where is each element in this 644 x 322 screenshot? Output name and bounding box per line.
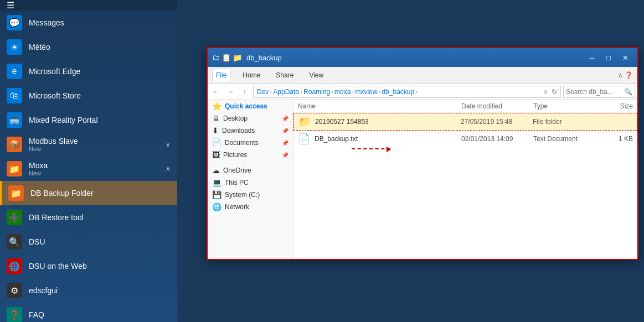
nav-downloads[interactable]: ⬇ Downloads 📌	[208, 124, 293, 137]
back-button[interactable]: ←	[210, 86, 222, 98]
up-button[interactable]: ↑	[239, 86, 251, 98]
nav-pictures[interactable]: 🖼 Pictures 📌	[208, 149, 293, 161]
sidebar-item-modbus-slave[interactable]: 📦Modbus SlaveNew∨	[0, 132, 177, 157]
breadcrumb-moxa[interactable]: moxa	[334, 88, 351, 96]
window-controls: ─ □ ✕	[584, 50, 633, 65]
this-pc-label: This PC	[225, 179, 249, 186]
folder-icon-1: 📁	[298, 116, 311, 128]
refresh-icon[interactable]: ↻	[552, 88, 557, 96]
sidebar-item-dsu[interactable]: 🔍DSU	[0, 230, 177, 254]
breadcrumb-mxview[interactable]: mxview	[355, 88, 377, 96]
file-name-folder: 20190527 154853	[315, 118, 461, 126]
desktop-pin-icon: 📌	[282, 116, 288, 122]
ribbon-expand-icon[interactable]: ∧ ❓	[618, 71, 633, 79]
file-row-txt[interactable]: 📄 DB_backup.txt 02/01/2013 14:09 Text Do…	[293, 131, 637, 147]
sidebar-item-microsoft-store[interactable]: 🛍Microsoft Store	[0, 84, 177, 108]
microsoft-edge-label: Microsoft Edge	[29, 67, 171, 76]
window-title: db_backup	[246, 54, 584, 62]
minimize-button[interactable]: ─	[584, 50, 600, 65]
downloads-icon: ⬇	[212, 126, 219, 135]
modbus-slave-icon: 📦	[7, 137, 22, 152]
nav-desktop[interactable]: 🖥 Desktop 📌	[208, 112, 293, 124]
search-icon[interactable]: 🔍	[624, 88, 632, 96]
messages-label: Messages	[29, 18, 171, 27]
breadcrumb-dev[interactable]: Dev	[257, 88, 269, 96]
title-icon-3: 📁	[233, 53, 242, 62]
sidebar-item-dsu-web[interactable]: 🌐DSU on the Web	[0, 254, 177, 278]
sidebar-item-db-backup-folder[interactable]: 📁DB Backup Folder	[0, 181, 177, 205]
dashed-arrow	[352, 148, 390, 149]
col-header-type[interactable]: Type	[533, 102, 600, 110]
search-box[interactable]: 🔍	[563, 86, 635, 98]
file-name-txt: DB_backup.txt	[315, 135, 461, 143]
col-header-date[interactable]: Date modified	[461, 102, 533, 110]
ribbon-tab-home[interactable]: Home	[239, 69, 264, 81]
dsu-label: DSU	[29, 237, 171, 246]
sidebar-item-moxa[interactable]: 📁MoxaNew∧	[0, 157, 177, 181]
sidebar-item-mixed-reality[interactable]: 🥽Mixed Reality Portal	[0, 108, 177, 132]
files-header: Name Date modified Type Size	[293, 100, 637, 113]
ribbon: File Home Share View ∧ ❓	[208, 67, 637, 84]
breadcrumb-chevron[interactable]: ∨	[543, 88, 548, 96]
hamburger-icon[interactable]: ☰	[7, 0, 14, 11]
edscfgui-label: edscfgui	[29, 286, 171, 295]
col-header-size[interactable]: Size	[600, 102, 633, 110]
breadcrumb-db-backup[interactable]: db_backup	[382, 88, 414, 96]
meteo-icon: ☀	[7, 39, 22, 55]
mixed-reality-icon: 🥽	[7, 112, 22, 128]
ribbon-tab-view[interactable]: View	[306, 69, 327, 81]
file-icon-txt: 📄	[298, 133, 310, 145]
maximize-button[interactable]: □	[601, 50, 616, 65]
nav-onedrive[interactable]: ☁ OneDrive	[208, 164, 293, 176]
moxa-sublabel: New	[29, 170, 166, 176]
title-folder-icons: 🗂 📋 📁	[212, 53, 242, 62]
explorer-body: ⭐ Quick access 🖥 Desktop 📌 ⬇ Downloads 📌…	[208, 100, 637, 259]
microsoft-store-icon: 🛍	[7, 88, 22, 103]
edscfgui-icon: ⚙	[7, 283, 22, 298]
sidebar-top-bar: ☰	[0, 0, 177, 11]
modbus-slave-chevron: ∨	[166, 141, 171, 148]
this-pc-icon: 💻	[212, 178, 221, 187]
moxa-label: Moxa	[29, 161, 166, 170]
db-restore-tool-label: DB Restore tool	[29, 213, 171, 222]
breadcrumb[interactable]: Dev › AppData › Roaming › moxa › mxview …	[253, 86, 561, 98]
file-type-folder: File folder	[533, 118, 599, 126]
mixed-reality-label: Mixed Reality Portal	[29, 116, 171, 124]
nav-network[interactable]: 🌐 Network	[208, 201, 293, 213]
dsu-icon: 🔍	[7, 234, 22, 250]
col-header-name[interactable]: Name	[298, 102, 461, 110]
close-button[interactable]: ✕	[617, 50, 633, 65]
sidebar-item-faq[interactable]: ❓FAQ	[0, 303, 177, 322]
file-row-folder[interactable]: 📁 20190527 154853 27/05/2019 15:48 File …	[293, 113, 637, 131]
nav-system-c[interactable]: 💾 System (C:)	[208, 189, 293, 201]
sidebar-items-container: 💬Messages☀MétéoeMicrosoft Edge🛍Microsoft…	[0, 11, 177, 322]
sidebar-item-messages[interactable]: 💬Messages	[0, 11, 177, 35]
db-backup-folder-label: DB Backup Folder	[30, 189, 171, 198]
documents-pin-icon: 📌	[282, 140, 288, 146]
dsu-web-icon: 🌐	[7, 258, 22, 274]
sidebar-item-edscfgui[interactable]: ⚙edscfgui	[0, 278, 177, 303]
titlebar: 🗂 📋 📁 db_backup ─ □ ✕	[208, 48, 637, 67]
sidebar-item-microsoft-edge[interactable]: eMicrosoft Edge	[0, 59, 177, 84]
sidebar-item-meteo[interactable]: ☀Météo	[0, 35, 177, 59]
faq-label: FAQ	[29, 310, 171, 319]
modbus-slave-label: Modbus Slave	[29, 137, 166, 146]
onedrive-label: OneDrive	[223, 167, 251, 174]
nav-this-pc[interactable]: 💻 This PC	[208, 176, 293, 189]
system-c-label: System (C:)	[225, 191, 260, 199]
search-input[interactable]	[566, 88, 624, 96]
breadcrumb-roaming[interactable]: Roaming	[303, 88, 330, 96]
sidebar-item-db-restore-tool[interactable]: ➕DB Restore tool	[0, 205, 177, 230]
onedrive-icon: ☁	[212, 166, 220, 175]
dsu-web-label: DSU on the Web	[29, 262, 171, 271]
breadcrumb-appdata[interactable]: AppData	[273, 88, 299, 96]
forward-button[interactable]: →	[224, 86, 236, 98]
ribbon-tab-file[interactable]: File	[212, 69, 230, 81]
ribbon-tab-share[interactable]: Share	[272, 69, 297, 81]
nav-quick-access[interactable]: ⭐ Quick access	[208, 100, 293, 112]
nav-documents[interactable]: 📄 Documents 📌	[208, 137, 293, 149]
start-menu-sidebar: ☰ 💬Messages☀MétéoeMicrosoft Edge🛍Microso…	[0, 0, 177, 322]
db-restore-tool-icon: ➕	[7, 210, 22, 225]
faq-icon: ❓	[7, 307, 22, 322]
network-icon: 🌐	[212, 202, 221, 211]
